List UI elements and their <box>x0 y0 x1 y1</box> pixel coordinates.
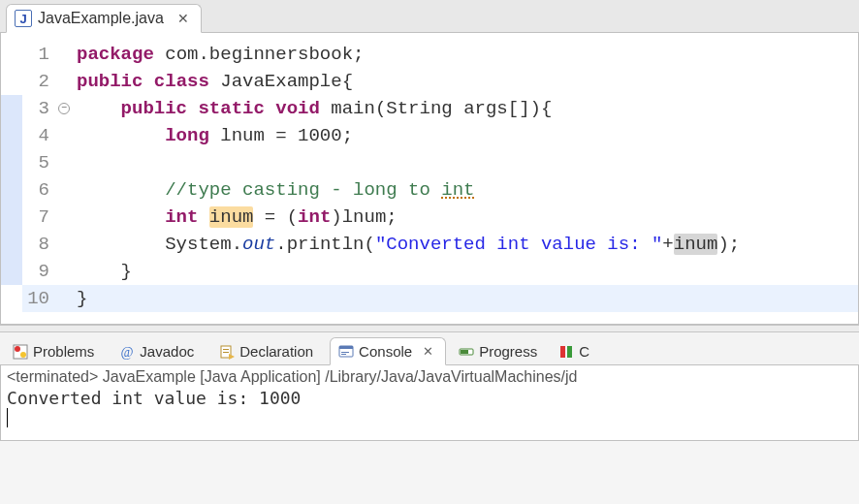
line-number: 4 <box>22 122 55 149</box>
tab-overflow-label: C <box>579 343 589 360</box>
svg-rect-15 <box>567 346 572 358</box>
literal-1000: 1000 <box>298 125 342 146</box>
svg-rect-14 <box>560 346 565 358</box>
svg-rect-13 <box>461 350 468 354</box>
tab-progress-label: Progress <box>479 343 537 360</box>
tab-progress[interactable]: Progress <box>450 337 550 365</box>
bottom-view-tabs: Problems @ Javadoc Declaration Console ✕… <box>0 332 859 365</box>
line-number: 6 <box>22 176 55 204</box>
comment-line: //type casting - long to <box>165 179 441 201</box>
keyword-package: package <box>77 44 154 65</box>
svg-point-1 <box>15 346 20 352</box>
console-caret <box>7 408 8 427</box>
method-main: main <box>331 98 375 119</box>
progress-icon <box>459 344 474 360</box>
svg-rect-10 <box>341 352 349 353</box>
line-number: 9 <box>22 258 55 285</box>
method-println: println <box>287 234 365 255</box>
javadoc-icon: @ <box>119 344 135 360</box>
svg-rect-5 <box>223 349 229 350</box>
comment-int-warn: int <box>441 179 474 201</box>
keyword-int: int <box>165 206 198 228</box>
paren-open: ( <box>287 206 298 228</box>
keyword-void: void <box>275 98 320 119</box>
var-lnum-ref: lnum <box>342 206 387 228</box>
keyword-long: long <box>165 125 209 146</box>
string-literal: "Converted int value is: " <box>375 234 662 255</box>
tab-javadoc[interactable]: @ Javadoc <box>111 337 207 365</box>
editor-tab-label: JavaExample.java <box>38 10 164 27</box>
tab-javadoc-label: Javadoc <box>140 343 194 360</box>
svg-text:@: @ <box>121 345 134 360</box>
cast-int: int <box>298 206 331 228</box>
op-assign: = <box>265 206 275 228</box>
code-editor[interactable]: 1 package com.beginnersbook; 2 public cl… <box>0 33 859 325</box>
var-inum-decl: inum <box>209 206 254 228</box>
line-number: 3 <box>22 95 55 122</box>
keyword-public: public <box>77 71 143 92</box>
tab-console[interactable]: Console ✕ <box>330 337 446 365</box>
var-inum-ref: inum <box>674 234 718 255</box>
tab-overflow[interactable]: C <box>554 337 594 365</box>
line-number: 8 <box>22 231 55 258</box>
editor-tab-javaexample[interactable]: J JavaExample.java ✕ <box>6 4 202 33</box>
var-lnum: lnum <box>220 125 265 146</box>
svg-marker-7 <box>229 354 235 360</box>
tab-problems-label: Problems <box>33 343 94 360</box>
field-out: out <box>242 234 275 255</box>
line-number: 7 <box>22 204 55 231</box>
tab-console-label: Console <box>359 343 412 360</box>
type-string: String <box>386 98 452 119</box>
op-assign: = <box>275 125 286 146</box>
line-number: 2 <box>22 68 55 95</box>
close-icon[interactable]: ✕ <box>423 344 433 359</box>
keyword-static: static <box>198 98 264 119</box>
svg-rect-9 <box>339 346 353 349</box>
code-body: 1 package com.beginnersbook; 2 public cl… <box>1 41 858 312</box>
keyword-class: class <box>154 71 209 92</box>
op-plus: + <box>662 234 673 255</box>
line-number: 1 <box>22 41 55 68</box>
sash-divider[interactable] <box>0 325 859 332</box>
keyword-public: public <box>121 98 187 119</box>
console-icon <box>338 344 354 360</box>
tab-problems[interactable]: Problems <box>4 337 107 365</box>
console-view[interactable]: <terminated> JavaExample [Java Applicati… <box>0 365 859 441</box>
param-args: args <box>463 98 508 119</box>
declaration-icon <box>219 344 235 360</box>
java-file-icon: J <box>15 10 32 27</box>
line-number: 5 <box>22 149 55 176</box>
class-system: System <box>165 234 231 255</box>
fold-toggle[interactable]: − <box>55 95 73 122</box>
tab-declaration-label: Declaration <box>239 343 313 360</box>
svg-rect-11 <box>341 354 346 355</box>
close-icon[interactable]: ✕ <box>177 11 189 26</box>
coverage-icon <box>558 344 574 360</box>
package-name: com.beginnersbook <box>165 44 353 65</box>
fold-minus-icon: − <box>58 103 70 114</box>
editor-tab-bar: J JavaExample.java ✕ <box>0 0 859 33</box>
class-name: JavaExample <box>220 71 341 92</box>
console-output: Converted int value is: 1000 <box>7 388 852 408</box>
paren-close: ) <box>331 206 341 228</box>
svg-rect-6 <box>223 352 229 353</box>
tab-declaration[interactable]: Declaration <box>210 337 326 365</box>
console-status: <terminated> JavaExample [Java Applicati… <box>7 368 852 386</box>
problems-icon <box>13 344 28 360</box>
svg-point-2 <box>20 352 26 358</box>
line-number: 10 <box>22 285 55 312</box>
